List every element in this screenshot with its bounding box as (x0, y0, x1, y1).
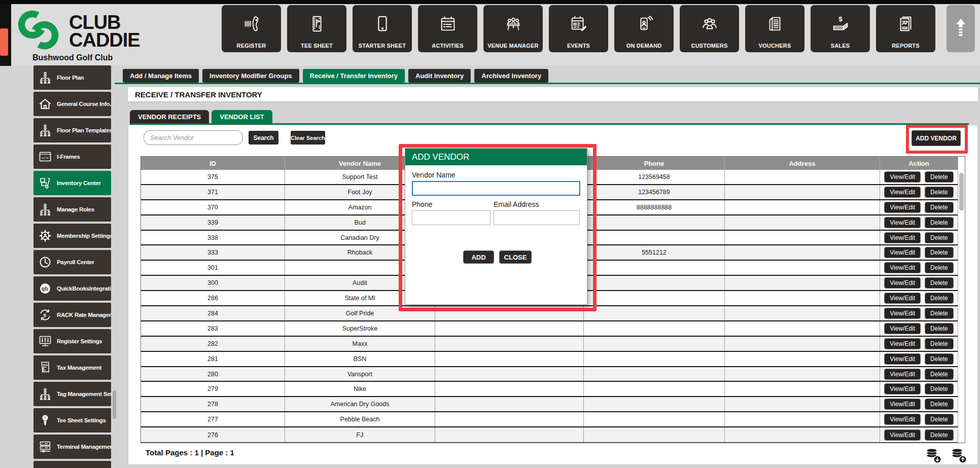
nav-button[interactable]: VOUCHERS (745, 5, 804, 52)
delete-button[interactable]: Delete (925, 383, 954, 394)
delete-button[interactable]: Delete (925, 429, 954, 441)
inventory-tab[interactable]: Inventory Modifier Groups (202, 69, 299, 83)
nav-button[interactable]: EVENTS (549, 5, 608, 52)
sidebar-item-label: QuickBooksIntegration (57, 285, 111, 292)
nav-button[interactable]: REPORTS (876, 5, 935, 52)
up-arrow-icon (954, 17, 967, 40)
nav-button[interactable]: CUSTOMERS (680, 5, 739, 52)
nav-button[interactable]: ACTIVITIES (418, 5, 477, 52)
table-scrollbar[interactable] (958, 157, 965, 443)
view-edit-button[interactable]: View/Edit (884, 187, 921, 198)
modal-add-button[interactable]: ADD (463, 250, 494, 264)
cell-vendor-name: Maxx (285, 337, 435, 351)
inventory-tab[interactable]: Receive / Transfer Inventory (303, 69, 405, 83)
export-data-down-icon[interactable] (925, 447, 942, 466)
sidebar-item[interactable]: Membership Settings (33, 224, 111, 248)
nav-button[interactable]: ON DEMAND (614, 5, 674, 52)
sidebar-item[interactable]: Tee Sheet Settings (33, 408, 111, 433)
delete-button[interactable]: Delete (925, 338, 954, 349)
search-button[interactable]: Search (249, 131, 278, 145)
sidebar-item[interactable]: Terminal Management (33, 435, 111, 459)
vendor-tab[interactable]: VENDOR LIST (212, 110, 272, 123)
delete-button[interactable]: Delete (925, 369, 954, 380)
view-edit-button[interactable]: View/Edit (884, 383, 921, 394)
view-edit-button[interactable]: View/Edit (884, 323, 921, 334)
nav-icon: $ (830, 5, 851, 43)
delete-button[interactable]: Delete (925, 247, 954, 258)
view-edit-button[interactable]: View/Edit (884, 353, 921, 365)
cell-vendor-name: Golf Pride (285, 306, 435, 320)
sidebar-item[interactable]: General Course Info. (33, 92, 111, 116)
view-edit-button[interactable]: View/Edit (884, 277, 921, 289)
delete-button[interactable]: Delete (925, 293, 954, 304)
view-edit-button[interactable]: View/Edit (884, 308, 921, 319)
sidebar-item[interactable]: Payroll Center (33, 250, 111, 274)
nav-button[interactable]: VENUE MANAGER (483, 5, 543, 52)
add-vendor-button[interactable]: ADD VENDOR (912, 130, 961, 146)
sidebar-item[interactable]: Tag Management Setti... (33, 382, 111, 406)
sidebar-item[interactable]: Manage Roles (33, 197, 111, 222)
sidebar-item[interactable]: </> I-Frames (33, 145, 111, 169)
delete-button[interactable]: Delete (925, 308, 954, 319)
phone-field[interactable] (412, 210, 491, 225)
sidebar-item[interactable]: Floor Plan (33, 65, 111, 90)
delete-button[interactable]: Delete (925, 353, 954, 365)
scroll-top-button[interactable] (947, 5, 975, 52)
nav-label: REGISTER (237, 43, 266, 49)
nav-button[interactable]: TEE SHEET (287, 5, 346, 52)
view-edit-button[interactable]: View/Edit (884, 202, 921, 213)
view-edit-button[interactable]: View/Edit (884, 399, 921, 410)
view-edit-button[interactable]: View/Edit (884, 171, 921, 183)
nav-button[interactable]: REGISTER (222, 5, 281, 52)
sidebar-item[interactable]: qb QuickBooksIntegration (33, 276, 111, 301)
inventory-tabs: Add / Manage ItemsInventory Modifier Gro… (123, 69, 548, 83)
delete-button[interactable]: Delete (925, 187, 954, 198)
delete-button[interactable]: Delete (925, 323, 954, 334)
delete-button[interactable]: Delete (925, 202, 954, 213)
delete-button[interactable]: Delete (925, 399, 954, 410)
delete-button[interactable]: Delete (925, 414, 954, 425)
view-edit-button[interactable]: View/Edit (884, 429, 921, 441)
vendor-tab[interactable]: VENDOR RECEIPTS (130, 110, 209, 123)
search-vendor-input[interactable] (144, 130, 243, 145)
email-address-field[interactable] (494, 210, 580, 225)
view-edit-button[interactable]: View/Edit (884, 338, 921, 349)
view-edit-button[interactable]: View/Edit (884, 232, 921, 243)
delete-button[interactable]: Delete (925, 171, 954, 183)
clear-search-button[interactable]: Clear Search (291, 131, 325, 145)
sidebar-scrollbar-thumb[interactable] (113, 390, 116, 419)
sidebar-item[interactable]: Inventory Center (33, 171, 111, 195)
view-edit-button[interactable]: View/Edit (884, 293, 921, 304)
delete-button[interactable]: Delete (925, 277, 954, 289)
view-edit-button[interactable]: View/Edit (884, 217, 921, 228)
email-address-label: Email Address (494, 200, 539, 208)
sidebar-item[interactable]: Floor Plan Templates (33, 118, 111, 142)
sidebar-item[interactable]: Register Settings (33, 329, 111, 353)
nav-button[interactable]: STARTER SHEET (353, 5, 412, 52)
inventory-tab[interactable]: Add / Manage Items (123, 69, 199, 83)
cell-vendor-name: Nike (285, 382, 435, 396)
svg-text:$=: $= (43, 369, 46, 372)
table-row: 282 Maxx View/Edit Delete (141, 337, 958, 352)
inventory-tab[interactable]: Audit Inventory (408, 69, 471, 83)
nav-button[interactable]: $ SALES (811, 5, 870, 52)
delete-button[interactable]: Delete (925, 217, 954, 228)
cell-address (725, 185, 880, 199)
vendor-name-field[interactable] (412, 181, 580, 196)
export-data-up-icon[interactable] (951, 447, 968, 466)
view-edit-button[interactable]: View/Edit (884, 262, 921, 273)
view-edit-button[interactable]: View/Edit (884, 369, 921, 380)
table-row: 278 American Dry Goods View/Edit Delete (141, 397, 958, 412)
sidebar-item[interactable]: TAX$= Tax Management (33, 355, 111, 380)
table-scrollbar-thumb[interactable] (959, 173, 964, 210)
view-edit-button[interactable]: View/Edit (884, 414, 921, 425)
inventory-tab[interactable]: Archived Inventory (474, 69, 548, 83)
delete-button[interactable]: Delete (925, 262, 954, 273)
sidebar-item[interactable]: $ RACK Rate Manageme... (33, 303, 111, 327)
cell-address (725, 352, 880, 366)
view-edit-button[interactable]: View/Edit (884, 247, 921, 258)
sidebar-item[interactable] (33, 461, 111, 468)
vendor-name-label: Vendor Name (412, 171, 456, 179)
delete-button[interactable]: Delete (925, 232, 954, 243)
modal-close-button[interactable]: CLOSE (499, 250, 532, 264)
